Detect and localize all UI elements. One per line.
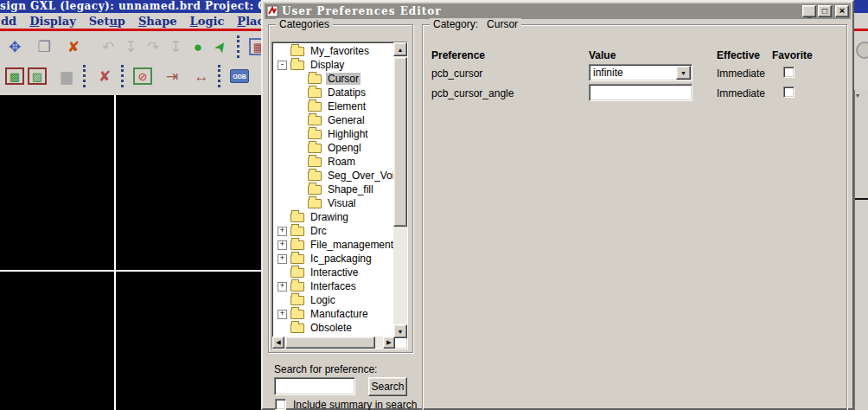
tree-item-ic_packaging[interactable]: +Ic_packaging bbox=[274, 252, 393, 266]
menu-item-dd[interactable]: dd bbox=[1, 15, 16, 28]
tree-item-label: My_favorites bbox=[309, 45, 371, 57]
tree-item-highlight[interactable]: Highlight bbox=[274, 127, 393, 141]
scroll-right-button[interactable]: ▶ bbox=[383, 336, 395, 349]
tree-item-interactive[interactable]: Interactive bbox=[274, 266, 393, 279]
tree-item-label: Drc bbox=[309, 225, 329, 237]
collapse-icon[interactable]: - bbox=[278, 61, 287, 70]
redo-icon[interactable]: ↷ bbox=[142, 36, 164, 57]
tree-item-drc[interactable]: +Drc bbox=[274, 224, 393, 238]
horizontal-scroll-thumb[interactable] bbox=[285, 336, 375, 349]
preference-name: pcb_cursor bbox=[431, 67, 482, 80]
undo-icon[interactable]: ↶ bbox=[97, 36, 119, 57]
include-summary-checkbox[interactable] bbox=[275, 399, 286, 410]
close-button[interactable]: × bbox=[835, 5, 849, 17]
tree-vertical-scrollbar[interactable]: ▲ ▼ bbox=[393, 42, 407, 338]
maximize-button[interactable]: □ bbox=[818, 5, 832, 17]
tree-item-file_management[interactable]: +File_management bbox=[274, 238, 393, 252]
no-fill-icon[interactable]: ✘ bbox=[93, 66, 116, 86]
search-input[interactable] bbox=[274, 377, 355, 395]
user-preferences-dialog: User Preferences Editor _□× Categories M… bbox=[261, 0, 854, 410]
tree-item-manufacture[interactable]: +Manufacture bbox=[274, 307, 393, 321]
expand-icon[interactable]: + bbox=[278, 254, 287, 264]
layer-clipped-icon[interactable]: ▩ bbox=[5, 67, 24, 85]
folder-icon bbox=[290, 268, 304, 278]
favorite-checkbox-pcb_cursor_angle[interactable] bbox=[783, 86, 795, 98]
expand-icon[interactable]: + bbox=[278, 310, 287, 319]
pull-down-left-icon[interactable]: ↧ bbox=[119, 36, 142, 57]
folder-icon bbox=[290, 324, 304, 333]
tree-item-shape_fill[interactable]: Shape_fill bbox=[274, 183, 393, 196]
tree-horizontal-scrollbar[interactable]: ◀ ▶ bbox=[272, 336, 395, 349]
expand-icon[interactable]: + bbox=[278, 227, 287, 236]
shape-fill-icon[interactable]: ▆ bbox=[55, 66, 78, 86]
tree-item-label: General bbox=[326, 114, 367, 126]
tree-item-obsolete[interactable]: Obsolete bbox=[274, 321, 393, 335]
preference-name: pcb_cursor_angle bbox=[431, 87, 514, 99]
vertical-scroll-thumb[interactable] bbox=[393, 57, 407, 227]
folder-icon bbox=[290, 282, 304, 291]
dialog-title-bar[interactable]: User Preferences Editor _□× bbox=[265, 3, 851, 19]
value-input-pcb_cursor_angle[interactable] bbox=[589, 84, 692, 101]
dropdown-arrow-icon[interactable]: ▼ bbox=[676, 66, 691, 80]
tree-item-cursor[interactable]: Cursor bbox=[274, 72, 393, 86]
expand-icon[interactable]: + bbox=[278, 240, 287, 250]
tree-item-element[interactable]: Element bbox=[274, 99, 393, 113]
category-tree: My_favorites-DisplayCursorDatatipsElemen… bbox=[271, 42, 408, 349]
delete-icon[interactable]: ✘ bbox=[62, 36, 85, 57]
pull-down-right-icon[interactable]: ↧ bbox=[164, 36, 187, 57]
canvas-grid-vline bbox=[114, 95, 116, 410]
search-button[interactable]: Search bbox=[368, 377, 407, 396]
category-legend-label: Category: bbox=[433, 18, 478, 30]
window-controls: _□× bbox=[801, 5, 849, 17]
scroll-down-button[interactable]: ▼ bbox=[393, 324, 407, 338]
pin-icon[interactable]: ➤ bbox=[206, 31, 236, 61]
scroll-left-button[interactable]: ◀ bbox=[272, 336, 284, 349]
header-favorite: Favorite bbox=[772, 49, 813, 61]
tree-item-opengl[interactable]: Opengl bbox=[274, 141, 393, 155]
toolbar-separator bbox=[121, 65, 128, 87]
tree-item-label: Shape_fill bbox=[326, 183, 375, 195]
snap-to-edge-icon[interactable]: ⇥ bbox=[161, 66, 183, 86]
minimize-button[interactable]: _ bbox=[802, 5, 816, 17]
favorite-checkbox-pcb_cursor[interactable] bbox=[783, 67, 795, 78]
menu-item-shape[interactable]: Shape bbox=[138, 15, 177, 28]
tree-item-display[interactable]: -Display bbox=[274, 58, 393, 72]
measure-icon[interactable]: ↔ bbox=[190, 66, 213, 86]
folder-icon bbox=[290, 61, 304, 70]
tree-item-my_favorites[interactable]: My_favorites bbox=[274, 44, 393, 58]
tree-item-interfaces[interactable]: +Interfaces bbox=[274, 279, 393, 293]
shove-icon[interactable]: ● bbox=[187, 36, 209, 57]
tree-item-label: Roam bbox=[326, 156, 357, 168]
folder-icon bbox=[308, 116, 322, 125]
tree-item-drawing[interactable]: Drawing bbox=[274, 210, 393, 224]
menu-item-setup[interactable]: Setup bbox=[89, 15, 125, 28]
tree-item-label: Manufacture bbox=[309, 308, 370, 320]
value-dropdown-pcb_cursor[interactable]: infinite▼ bbox=[589, 64, 692, 81]
folder-icon bbox=[290, 240, 304, 250]
folder-icon bbox=[308, 130, 322, 139]
waveform-icon[interactable]: ▨ bbox=[28, 67, 47, 85]
folder-icon bbox=[290, 213, 304, 222]
tree-item-datatips[interactable]: Datatips bbox=[274, 86, 393, 99]
odb-icon[interactable]: ODB bbox=[230, 69, 249, 83]
search-label: Search for preference: bbox=[274, 363, 377, 375]
tree-item-label: File_management bbox=[309, 239, 393, 251]
folder-icon bbox=[308, 171, 322, 181]
scroll-up-button[interactable]: ▲ bbox=[393, 42, 407, 56]
category-legend: Category: Cursor bbox=[430, 18, 521, 30]
menu-item-logic[interactable]: Logic bbox=[190, 15, 225, 28]
tree-item-seg_over_voi[interactable]: Seg_Over_Voi bbox=[274, 169, 393, 183]
category-legend-value: Cursor bbox=[487, 18, 518, 30]
copy-icon[interactable]: ❐ bbox=[33, 36, 55, 57]
no-via-icon[interactable]: ⊘ bbox=[133, 67, 152, 85]
tree-item-general[interactable]: General bbox=[274, 113, 393, 127]
tree-item-visual[interactable]: Visual bbox=[274, 196, 393, 210]
tree-item-roam[interactable]: Roam bbox=[274, 155, 393, 169]
menu-item-display[interactable]: Display bbox=[29, 15, 76, 28]
move-icon[interactable]: ✥ bbox=[3, 36, 26, 57]
dialog-title: User Preferences Editor bbox=[282, 5, 801, 17]
category-tree-rows: My_favorites-DisplayCursorDatatipsElemen… bbox=[274, 44, 393, 336]
expand-icon[interactable]: + bbox=[278, 282, 287, 291]
tree-item-logic[interactable]: Logic bbox=[274, 293, 393, 307]
folder-icon bbox=[308, 199, 322, 208]
